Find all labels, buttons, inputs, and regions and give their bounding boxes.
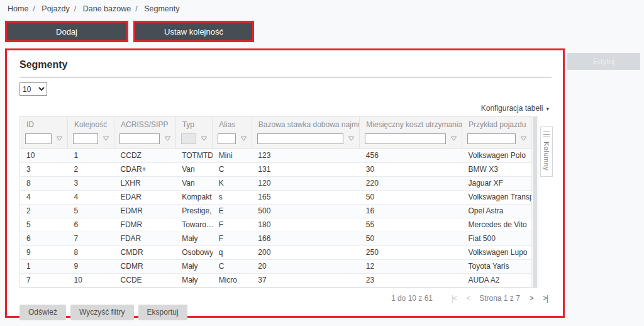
cell-acriss: CDMR [114,259,176,273]
page-title: Segmenty [19,59,553,70]
columns-side-tab[interactable]: Kolumny [540,126,553,177]
cell-alias: Micro [213,273,252,287]
filter-funnel-icon[interactable] [56,135,63,142]
data-grid: ID Kolejność ACRISS/SIPP Typ Alias Bazow… [19,116,538,288]
breadcrumb-link[interactable]: Pojazdy [42,4,69,13]
filter-funnel-icon[interactable] [348,135,355,142]
cell-miesieczny: 12 [360,259,462,273]
table-row[interactable]: 1 9 CDMR Mały C 20 12 Toyota Yaris [20,259,531,273]
breadcrumb-link[interactable]: Dane bazowe [83,4,131,13]
breadcrumb-link[interactable]: Home [8,4,28,13]
cell-bazowa: 123 [252,149,360,162]
column-header[interactable]: Alias [213,117,252,132]
filter-input-miesieczny[interactable] [365,133,446,144]
segments-panel: Segmenty 10 Konfiguracja tabeli▾ [7,50,563,316]
filter-input-typ [181,133,197,144]
filter-input-bazowa[interactable] [257,133,344,144]
table-row[interactable]: 9 8 CMDR Osobowy q 200 250 Volkswagen Lu… [20,245,531,259]
table-config-label: Konfiguracja tabeli [481,104,543,113]
filter-funnel-icon[interactable] [240,135,247,142]
table-row[interactable]: 5 6 FDMR Towaro… F 180 55 Mercedes de Vi… [20,218,531,232]
cell-acriss: FDMR [114,218,176,232]
cell-id: 10 [20,149,68,162]
breadcrumb-separator: / [33,4,35,13]
table-row[interactable]: 2 5 EDMR Prestige,… E 500 16 Opel Astra [20,204,531,218]
table-row[interactable]: 4 4 EDAR Kompakt s 165 50 Volkswagen Tra… [20,190,531,204]
breadcrumb-link[interactable]: Segmenty [144,4,179,13]
table-row[interactable]: 6 7 FDAR Mały F 166 50 Fiat 500 [20,232,531,245]
cell-miesieczny: 23 [360,273,462,287]
cell-id: 7 [20,273,68,287]
filter-funnel-icon[interactable] [164,135,171,142]
chevron-down-icon: ▾ [546,106,549,112]
cell-kolejnosc: 5 [68,204,114,218]
filter-input-acriss[interactable] [119,133,160,144]
cell-bazowa: 500 [252,204,360,218]
scrollbar-thumb[interactable] [533,117,537,288]
column-header[interactable]: Bazowa stawka dobowa najmu [252,117,360,132]
cell-id: 8 [20,176,68,190]
filter-input-kolejnosc[interactable] [73,133,98,144]
last-page-button[interactable]: >| [543,294,548,303]
table-row[interactable]: 7 10 CCDE Mały Micro 37 23 AUDA A2 [20,273,531,287]
cell-przyklad: Jaguar XF [462,176,531,190]
footer-button-row: Odśwież Wyczyść filtry Eksportuj [19,305,553,320]
cell-alias: C [213,162,252,176]
columns-tab-label: Kolumny [543,142,550,171]
table-config-button[interactable]: Konfiguracja tabeli▾ [481,104,549,113]
cell-kolejnosc: 6 [68,218,114,232]
cell-kolejnosc: 10 [68,273,114,287]
cell-typ: Van [175,176,213,190]
cell-alias: F [213,232,252,245]
cell-id: 4 [20,190,68,204]
vertical-scrollbar[interactable] [531,117,538,288]
filter-input-alias[interactable] [218,133,236,144]
footer-button[interactable]: Eksportuj [138,305,187,320]
table-row[interactable]: 10 1 CCDZ TOTMTD Mini 123 456 Volkswagen… [20,149,531,162]
cell-bazowa: 180 [252,218,360,232]
edit-button[interactable]: Edytuj [567,53,640,70]
table-row[interactable]: 3 2 CDAR+ Van C 131 30 BMW X3 [20,162,531,176]
cell-przyklad: Volkswagen Lupo [462,245,531,259]
column-header[interactable]: Miesięczny koszt utrzymania [360,117,462,132]
filter-funnel-icon[interactable] [450,135,457,142]
filter-funnel-icon[interactable] [520,135,527,142]
next-page-button[interactable]: > [530,294,533,303]
cell-bazowa: 20 [252,259,360,273]
set-order-button[interactable]: Ustaw kolejność [135,23,252,40]
cell-miesieczny: 220 [360,176,462,190]
column-header[interactable]: ACRISS/SIPP [114,117,176,132]
cell-kolejnosc: 8 [68,245,114,259]
cell-acriss: CCDZ [114,149,176,162]
cell-alias: K [213,176,252,190]
column-header[interactable]: Przykład pojazdu [462,117,531,132]
filter-funnel-icon[interactable] [201,135,208,142]
column-header[interactable]: Kolejność [68,117,114,132]
breadcrumb-item: Dane bazowe/ [83,4,142,13]
add-button[interactable]: Dodaj [7,23,126,40]
table-row[interactable]: 8 3 LXHR Van K 120 220 Jaguar XF [20,176,531,190]
cell-bazowa: 165 [252,190,360,204]
previous-page-button[interactable]: < [466,294,470,303]
header-row: ID Kolejność ACRISS/SIPP Typ Alias Bazow… [20,117,531,132]
column-header[interactable]: ID [20,117,68,132]
page-size-select[interactable]: 10 [19,82,47,96]
cell-acriss: EDAR [114,190,176,204]
footer-button[interactable]: Wyczyść filtry [70,305,134,320]
filter-funnel-icon[interactable] [103,135,109,142]
filter-input-przyklad[interactable] [467,133,516,144]
breadcrumb-separator: / [74,4,76,13]
annotation-box-add: Dodaj [5,21,128,42]
filter-input-id[interactable] [25,133,52,144]
cell-przyklad: BMW X3 [462,162,531,176]
cell-acriss: CMDR [114,245,176,259]
first-page-button[interactable]: |< [452,294,457,303]
cell-kolejnosc: 7 [68,232,114,245]
table-config-row: Konfiguracja tabeli▾ [19,104,549,113]
cell-miesieczny: 55 [360,218,462,232]
cell-alias: F [213,218,252,232]
footer-button[interactable]: Odśwież [19,305,66,320]
action-button-row: Dodaj Ustaw kolejność [5,21,254,42]
column-header[interactable]: Typ [175,117,213,132]
cell-kolejnosc: 9 [68,259,114,273]
